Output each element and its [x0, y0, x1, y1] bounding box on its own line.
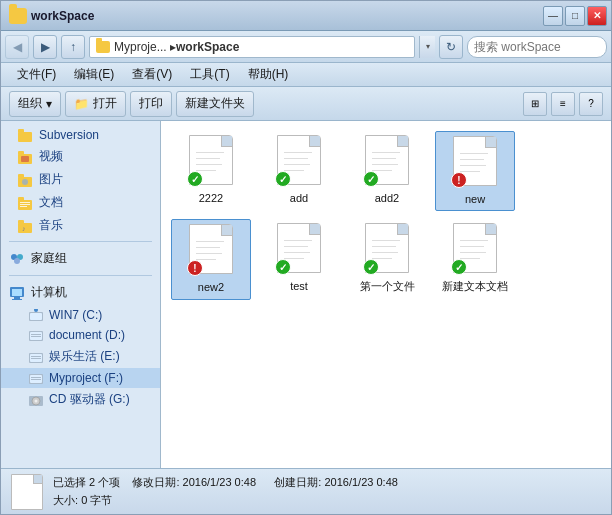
svg-rect-9 — [18, 197, 24, 201]
badge-green-add: ✓ — [275, 171, 291, 187]
sidebar-item-win7c[interactable]: WIN7 (C:) — [1, 305, 160, 325]
badge-green-add2: ✓ — [363, 171, 379, 187]
svg-rect-24 — [30, 313, 42, 320]
address-bar: ◀ ▶ ↑ Myproje... ▸ workSpace ▾ ↻ 🔍 — [1, 31, 611, 63]
back-button[interactable]: ◀ — [5, 35, 29, 59]
computer-label: 计算机 — [31, 284, 67, 301]
menu-view[interactable]: 查看(V) — [124, 64, 180, 85]
path-dropdown[interactable]: ▾ — [419, 36, 435, 58]
file-label-test: test — [290, 279, 308, 293]
sidebar-label-video: 视频 — [39, 148, 63, 165]
sidebar-item-cdg[interactable]: CD 驱动器 (G:) — [1, 388, 160, 411]
file-item-add[interactable]: ✓ add — [259, 131, 339, 211]
menu-tools[interactable]: 工具(T) — [182, 64, 237, 85]
view-grid-button[interactable]: ⊞ — [523, 92, 547, 116]
menu-file[interactable]: 文件(F) — [9, 64, 64, 85]
svg-text:♪: ♪ — [22, 225, 26, 232]
status-bar: 已选择 2 个项 修改日期: 2016/1/23 0:48 创建日期: 2016… — [1, 468, 611, 514]
sidebar-item-myprojectf[interactable]: Myproject (F:) — [1, 368, 160, 388]
badge-green-2222: ✓ — [187, 171, 203, 187]
sidebar-item-entertainmente[interactable]: 娱乐生活 (E:) — [1, 345, 160, 368]
address-path[interactable]: Myproje... ▸ workSpace — [89, 36, 415, 58]
sidebar: Subversion 视频 图片 — [1, 121, 161, 468]
file-item-newtxt[interactable]: ✓ 新建文本文档 — [435, 219, 515, 299]
menu-help[interactable]: 帮助(H) — [240, 64, 297, 85]
status-size-value: 0 字节 — [81, 494, 112, 506]
file-item-2222[interactable]: ✓ 2222 — [171, 131, 251, 211]
sidebar-homegroup[interactable]: 家庭组 — [1, 246, 160, 271]
explorer-window: workSpace — □ ✕ ◀ ▶ ↑ Myproje... ▸ workS… — [0, 0, 612, 515]
sidebar-sep-1 — [9, 241, 152, 242]
open-icon: 📁 — [74, 97, 89, 111]
search-box[interactable]: 🔍 — [467, 36, 607, 58]
svg-rect-21 — [14, 297, 20, 299]
sidebar-item-documentd[interactable]: document (D:) — [1, 325, 160, 345]
print-button[interactable]: 打印 — [130, 91, 172, 117]
sidebar-computer[interactable]: 计算机 — [1, 280, 160, 305]
status-created-date: 2016/1/23 0:48 — [324, 476, 397, 488]
homegroup-label: 家庭组 — [31, 250, 67, 267]
maximize-button[interactable]: □ — [565, 6, 585, 26]
svg-rect-33 — [31, 358, 41, 359]
title-folder-icon — [9, 8, 27, 24]
up-button[interactable]: ↑ — [61, 35, 85, 59]
sidebar-item-video[interactable]: 视频 — [1, 145, 160, 168]
file-area: ✓ 2222 ✓ add — [161, 121, 611, 468]
close-button[interactable]: ✕ — [587, 6, 607, 26]
menu-edit[interactable]: 编辑(E) — [66, 64, 122, 85]
file-label-2222: 2222 — [199, 191, 223, 205]
sidebar-label-subversion: Subversion — [39, 128, 99, 142]
search-input[interactable] — [474, 40, 607, 54]
svg-rect-4 — [21, 156, 29, 162]
sidebar-label-documents: 文档 — [39, 194, 63, 211]
refresh-button[interactable]: ↻ — [439, 35, 463, 59]
minimize-button[interactable]: — — [543, 6, 563, 26]
file-icon-wrapper-new: ! — [451, 136, 499, 188]
svg-rect-32 — [31, 356, 41, 357]
homegroup-icon — [9, 252, 25, 266]
title-bar-left: workSpace — [5, 8, 543, 24]
new-folder-button[interactable]: 新建文件夹 — [176, 91, 254, 117]
open-button[interactable]: 📁 打开 — [65, 91, 126, 117]
svg-rect-28 — [31, 334, 41, 335]
file-label-add2: add2 — [375, 191, 399, 205]
svg-point-40 — [35, 399, 38, 402]
view-list-button[interactable]: ≡ — [551, 92, 575, 116]
svg-rect-6 — [18, 174, 24, 178]
svg-rect-3 — [18, 151, 24, 155]
file-icon-wrapper-test: ✓ — [275, 223, 323, 275]
file-item-firstfile[interactable]: ✓ 第一个文件 — [347, 219, 427, 299]
forward-button[interactable]: ▶ — [33, 35, 57, 59]
sidebar-label-pictures: 图片 — [39, 171, 63, 188]
sidebar-sep-2 — [9, 275, 152, 276]
svg-rect-0 — [18, 132, 32, 142]
drive-icon-f — [29, 372, 43, 384]
title-bar: workSpace — □ ✕ — [1, 1, 611, 31]
help-button[interactable]: ? — [579, 92, 603, 116]
file-icon-wrapper-newtxt: ✓ — [451, 223, 499, 275]
sidebar-item-pictures[interactable]: 图片 — [1, 168, 160, 191]
music-folder-icon: ♪ — [17, 219, 33, 233]
organize-label: 组织 — [18, 95, 42, 112]
status-selected-count: 已选择 2 个项 — [53, 476, 120, 488]
pictures-folder-icon — [17, 173, 33, 187]
cd-drive-icon — [29, 394, 43, 406]
sidebar-item-subversion[interactable]: Subversion — [1, 125, 160, 145]
file-icon-wrapper-add2: ✓ — [363, 135, 411, 187]
file-icon-wrapper-add: ✓ — [275, 135, 323, 187]
svg-point-18 — [14, 258, 20, 264]
organize-button[interactable]: 组织 ▾ — [9, 91, 61, 117]
file-label-new2: new2 — [198, 280, 224, 294]
badge-red-new: ! — [451, 172, 467, 188]
menu-bar: 文件(F) 编辑(E) 查看(V) 工具(T) 帮助(H) — [1, 63, 611, 87]
drive-icon-d — [29, 329, 43, 341]
svg-point-7 — [22, 179, 28, 185]
file-item-add2[interactable]: ✓ add2 — [347, 131, 427, 211]
file-item-new2[interactable]: ! new2 — [171, 219, 251, 299]
file-item-test[interactable]: ✓ test — [259, 219, 339, 299]
svg-rect-37 — [31, 379, 41, 380]
sidebar-item-music[interactable]: ♪ 音乐 — [1, 214, 160, 237]
sidebar-item-documents[interactable]: 文档 — [1, 191, 160, 214]
file-item-new[interactable]: ! new — [435, 131, 515, 211]
computer-icon — [9, 286, 25, 300]
